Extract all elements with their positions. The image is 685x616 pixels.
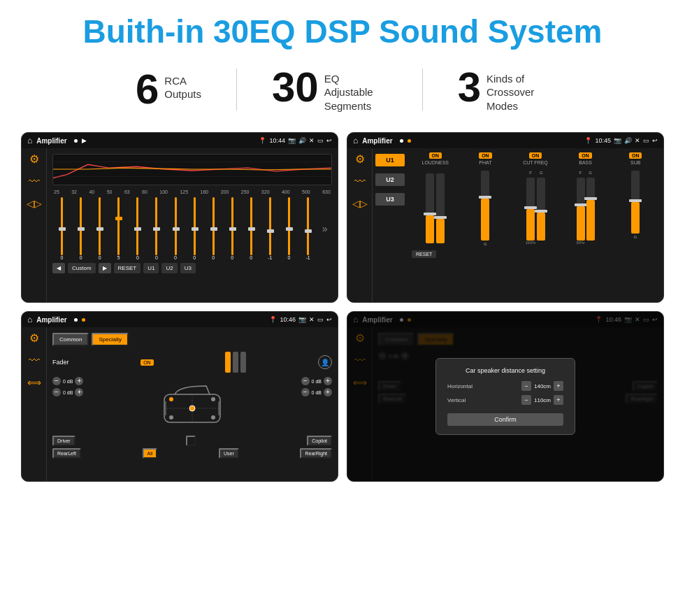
phat-on-badge[interactable]: ON (479, 152, 492, 159)
vertical-controls: − 110cm + (521, 395, 563, 405)
close-icon-3: ✕ (309, 316, 315, 323)
db-plus-tr[interactable]: + (324, 377, 332, 385)
eq-reset-button[interactable]: RESET (114, 263, 141, 273)
eq-slider-0[interactable]: 0 (57, 197, 67, 260)
horizontal-minus-btn[interactable]: − (521, 381, 531, 391)
vertical-minus-btn[interactable]: − (521, 395, 531, 405)
eq-icon-2[interactable]: ⚙ (355, 152, 365, 166)
wave-icon-3[interactable]: 〰 (29, 354, 40, 367)
eq-slider-6[interactable]: 0 (171, 197, 180, 260)
cutfreq-on-badge[interactable]: ON (529, 152, 542, 159)
eq-slider-12[interactable]: 0 (284, 197, 294, 260)
freq-63: 63 (124, 189, 130, 194)
eq-slider-1[interactable]: 0 (76, 197, 86, 260)
db-minus-bl[interactable]: − (52, 388, 61, 396)
eq-icon-3[interactable]: ⚙ (29, 331, 39, 345)
fader-slider-1[interactable] (225, 352, 231, 373)
camera-icon-3: 📷 (298, 316, 306, 323)
eq-slider-4[interactable]: 0 (133, 197, 143, 260)
back-icon-2: ↩ (652, 137, 658, 144)
fader-tabs: Common Specialty (52, 333, 332, 346)
u3-button[interactable]: U3 (375, 193, 405, 206)
screen1-content: ⚙ 〰 ◁▷ (22, 148, 338, 302)
eq-slider-11[interactable]: -1 (265, 197, 275, 260)
wave-icon-1[interactable]: 〰 (29, 176, 40, 188)
db-plus-tl[interactable]: + (75, 377, 83, 385)
bass-slider-1[interactable] (577, 178, 585, 241)
time-1: 10:44 (269, 137, 285, 144)
db-plus-br[interactable]: + (324, 388, 332, 396)
btn-all[interactable]: All (143, 448, 158, 459)
confirm-button[interactable]: Confirm (447, 413, 563, 426)
eq-slider-3[interactable]: 5 (114, 197, 124, 260)
stat-eq: 30 EQ AdjustableSegments (237, 66, 422, 113)
eq-slider-13[interactable]: -1 (303, 197, 313, 260)
btn-user[interactable]: User (219, 448, 239, 459)
main-title: Buith-in 30EQ DSP Sound System (21, 14, 664, 50)
db-minus-tl[interactable]: − (52, 377, 61, 385)
screen-eq: ⌂ Amplifier ▶ 📍 10:44 📷 🔊 ✕ ▭ ↩ ⚙ 〰 (21, 132, 338, 303)
profile-icon-3[interactable]: 👤 (318, 355, 332, 369)
db-minus-tr[interactable]: − (301, 377, 310, 385)
freq-400: 400 (282, 189, 290, 194)
u2-button[interactable]: U2 (375, 173, 405, 186)
eq-slider-5[interactable]: 0 (152, 197, 161, 260)
eq-more-icon[interactable]: » (322, 223, 328, 234)
u1-button[interactable]: U1 (375, 154, 405, 166)
eq-prev-button[interactable]: ◀ (52, 263, 65, 273)
page-wrapper: Buith-in 30EQ DSP Sound System 6 RCAOutp… (0, 0, 685, 503)
vertical-plus-btn[interactable]: + (554, 395, 563, 405)
freq-250: 250 (241, 189, 250, 194)
fader-slider-3[interactable] (240, 352, 246, 373)
db-val-br: 0 dB (312, 390, 322, 395)
fader-slider-2[interactable] (233, 352, 238, 373)
volume-icon-2: 🔊 (624, 137, 632, 144)
status-dot-1a (74, 139, 78, 143)
tab-specialty[interactable]: Specialty (92, 333, 128, 346)
bass-slider-2[interactable] (586, 178, 595, 241)
tab-common[interactable]: Common (52, 333, 89, 346)
speaker-icon-2[interactable]: ◁▷ (352, 198, 368, 209)
eq-slider-9[interactable]: 0 (227, 197, 237, 260)
eq-slider-7[interactable]: 0 (189, 197, 199, 260)
speaker-icon-1[interactable]: ◁▷ (27, 198, 42, 209)
eq-slider-2[interactable]: 0 (95, 197, 105, 260)
sub-on-badge[interactable]: ON (629, 152, 642, 159)
stat-crossover-label: Kinds ofCrossover Modes (486, 66, 549, 113)
horizontal-plus-btn[interactable]: + (554, 381, 563, 391)
cutfreq-slider-1[interactable] (526, 178, 535, 241)
crossover-reset-button[interactable]: RESET (412, 250, 436, 258)
eq-val-5: 0 (155, 255, 158, 260)
eq-u2-button[interactable]: U2 (161, 263, 177, 273)
db-plus-bl[interactable]: + (75, 388, 83, 396)
svg-point-9 (211, 397, 215, 401)
btn-rearright[interactable]: RearRight (300, 448, 332, 459)
sub-slider[interactable] (631, 171, 640, 234)
eq-slider-8[interactable]: 0 (208, 197, 218, 260)
btn-rearleft[interactable]: RearLeft (52, 448, 81, 459)
fader-on-toggle[interactable]: ON (140, 359, 154, 366)
cutfreq-slider-2[interactable] (537, 178, 545, 241)
loudness-slider-2[interactable] (436, 173, 445, 243)
eq-freq-labels: 25 32 40 50 63 80 100 125 160 200 250 32… (52, 189, 332, 194)
bass-on-badge[interactable]: ON (579, 152, 592, 159)
eq-preset-custom[interactable]: Custom (68, 263, 96, 273)
phat-slider[interactable] (481, 171, 489, 241)
loudness-on-badge[interactable]: ON (429, 152, 442, 159)
eq-u3-button[interactable]: U3 (180, 263, 196, 273)
vertical-label: Vertical (447, 397, 466, 403)
arrows-icon-3[interactable]: ⟺ (27, 377, 41, 388)
btn-copilot[interactable]: Copilot (307, 436, 332, 446)
btn-driver[interactable]: Driver (52, 436, 75, 446)
screens-grid: ⌂ Amplifier ▶ 📍 10:44 📷 🔊 ✕ ▭ ↩ ⚙ 〰 (21, 132, 664, 482)
eq-icon-1[interactable]: ⚙ (29, 152, 39, 166)
eq-next-button[interactable]: ▶ (99, 263, 111, 273)
wave-icon-2[interactable]: 〰 (354, 176, 366, 188)
db-minus-br[interactable]: − (301, 388, 310, 396)
db-control-br: − 0 dB + (301, 388, 332, 396)
eq-u1-button[interactable]: U1 (143, 263, 159, 273)
ctrl-loudness: ON LOUDNESS (412, 152, 459, 246)
eq-slider-10[interactable]: 0 (246, 197, 256, 260)
loudness-slider-1[interactable] (426, 173, 434, 243)
close-icon-2: ✕ (635, 137, 640, 144)
